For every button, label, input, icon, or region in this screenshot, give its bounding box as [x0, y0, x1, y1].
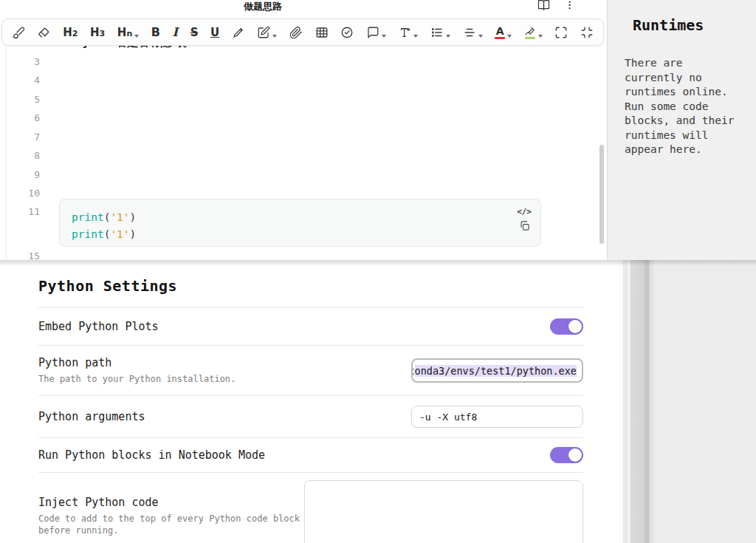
runtimes-message: There are currently no runtimes online. … — [625, 56, 744, 157]
heading-3-button[interactable]: H3 — [90, 19, 105, 45]
code-line: print('1') — [72, 209, 529, 226]
align-center-icon[interactable] — [463, 19, 483, 45]
code-block[interactable]: print('1') print('1') </> — [59, 199, 541, 247]
chevron-down-icon — [134, 35, 139, 38]
line-number: 11 — [10, 206, 40, 217]
highlight-color-icon[interactable] — [524, 19, 543, 45]
heading-n-button[interactable]: Hn — [117, 19, 139, 45]
list-icon[interactable] — [430, 19, 450, 45]
setting-row-python-path: Python path The path to your Python inst… — [38, 345, 583, 395]
chevron-down-icon — [382, 35, 386, 38]
format-painter-icon[interactable] — [12, 19, 25, 45]
highlight-color-swatch — [525, 37, 535, 39]
line-number: 5 — [10, 94, 40, 105]
setting-label: Python arguments — [38, 410, 145, 423]
runtimes-title: Runtimes — [633, 16, 743, 34]
chevron-down-icon — [446, 35, 450, 38]
runtimes-panel: Runtimes There are currently no runtimes… — [607, 0, 756, 260]
line-number: 8 — [10, 150, 40, 161]
editor-pane: 做题思路 ⋮ analysis 看是否有隐写。 — [0, 0, 756, 260]
chevron-down-icon — [538, 35, 543, 38]
toggle-knob — [568, 320, 582, 333]
chevron-down-icon — [272, 35, 277, 38]
font-color-button[interactable]: A — [495, 19, 512, 45]
code-line: print('1') — [72, 226, 529, 243]
text-style-icon[interactable] — [398, 19, 418, 45]
more-options-icon[interactable]: ⋮ — [565, 0, 574, 10]
python-path-input[interactable]: conda3/envs/test1/python.exe — [411, 358, 583, 383]
check-circle-icon[interactable] — [340, 19, 354, 45]
toggle-knob — [568, 448, 582, 462]
app-window: 做题思路 ⋮ analysis 看是否有隐写。 — [0, 0, 756, 543]
copy-icon[interactable] — [519, 220, 530, 234]
notebook-mode-toggle[interactable] — [550, 447, 583, 463]
stacked-panes-backdrop — [619, 260, 756, 543]
strikethrough-button[interactable]: S — [190, 19, 199, 45]
settings-section-title: Python Settings — [38, 260, 583, 295]
formatting-toolbar: H2 H3 Hn B I S U — [1, 18, 604, 46]
editor-scrollbar[interactable] — [599, 145, 604, 244]
edit-block-icon[interactable] — [257, 19, 277, 45]
setting-description: The path to your Python installation. — [38, 373, 236, 385]
line-number: 9 — [10, 169, 40, 180]
python-arguments-input[interactable] — [411, 406, 583, 428]
setting-row-notebook-mode: Run Python blocks in Notebook Mode — [38, 437, 583, 472]
underline-button[interactable]: U — [210, 19, 219, 45]
ink-pen-icon[interactable] — [232, 19, 245, 45]
collapse-icon[interactable] — [580, 19, 594, 45]
setting-row-inject-code: Inject Python code Code to add to the to… — [38, 472, 583, 543]
setting-label: Python path — [38, 356, 236, 369]
table-icon[interactable] — [315, 19, 329, 45]
setting-label: Embed Python Plots — [38, 320, 159, 333]
setting-label: Inject Python code — [38, 496, 304, 509]
italic-button[interactable]: I — [173, 19, 178, 45]
font-color-swatch — [495, 37, 505, 39]
comment-icon[interactable] — [366, 19, 386, 45]
setting-row-python-arguments: Python arguments — [38, 395, 583, 437]
line-number: 7 — [10, 132, 40, 143]
pane-divider — [6, 46, 7, 260]
selected-text: onda3/envs/test1/python.exe — [415, 365, 577, 377]
line-number: 4 — [10, 75, 40, 86]
setting-row-embed-plots: Embed Python Plots — [38, 307, 583, 345]
line-number: 6 — [10, 112, 40, 123]
inject-code-textarea[interactable] — [304, 480, 583, 543]
reading-mode-icon[interactable] — [537, 0, 550, 10]
note-title: 做题思路 — [244, 0, 282, 13]
line-number: 10 — [10, 188, 40, 199]
setting-label: Run Python blocks in Notebook Mode — [38, 448, 265, 462]
settings-modal: Python Settings Embed Python Plots Pytho… — [0, 260, 619, 543]
code-language-icon[interactable]: </> — [517, 207, 532, 216]
attachment-icon[interactable] — [289, 19, 303, 45]
setting-description: Code to add to the top of every Python c… — [38, 513, 304, 536]
heading-2-button[interactable]: H2 — [63, 19, 78, 45]
line-number: 3 — [10, 56, 40, 67]
embed-plots-toggle[interactable] — [550, 318, 583, 335]
eraser-icon[interactable] — [38, 19, 51, 45]
expand-icon[interactable] — [554, 19, 568, 45]
chevron-down-icon — [478, 35, 483, 38]
chevron-down-icon — [413, 35, 418, 38]
chevron-down-icon — [507, 35, 512, 38]
bold-button[interactable]: B — [151, 19, 160, 45]
